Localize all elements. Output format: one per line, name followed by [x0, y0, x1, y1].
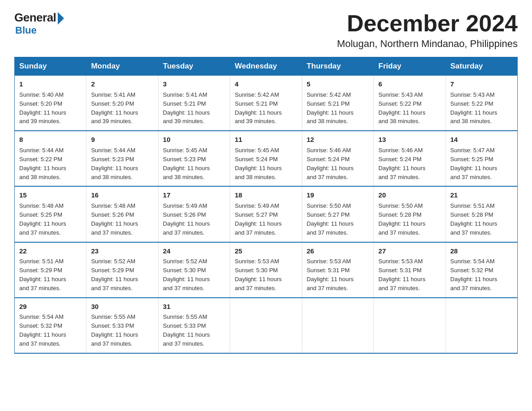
day-number: 5	[307, 79, 369, 89]
table-row: 16Sunrise: 5:48 AMSunset: 5:26 PMDayligh…	[86, 186, 158, 242]
day-number: 28	[450, 246, 513, 256]
page-header: General Blue December 2024 Molugan, Nort…	[14, 11, 518, 50]
table-row: 15Sunrise: 5:48 AMSunset: 5:25 PMDayligh…	[15, 186, 86, 242]
logo-arrow-icon	[58, 12, 64, 25]
table-row: 18Sunrise: 5:49 AMSunset: 5:27 PMDayligh…	[230, 186, 302, 242]
logo-general-text: General	[14, 11, 56, 25]
day-number: 22	[19, 246, 82, 256]
day-number: 18	[235, 190, 297, 200]
table-row: 4Sunrise: 5:42 AMSunset: 5:21 PMDaylight…	[230, 76, 302, 131]
day-info: Sunrise: 5:54 AMSunset: 5:32 PMDaylight:…	[450, 258, 498, 291]
calendar-week-row: 29Sunrise: 5:54 AMSunset: 5:32 PMDayligh…	[15, 298, 518, 353]
day-info: Sunrise: 5:44 AMSunset: 5:23 PMDaylight:…	[91, 147, 138, 180]
day-info: Sunrise: 5:41 AMSunset: 5:20 PMDaylight:…	[91, 91, 138, 125]
day-info: Sunrise: 5:48 AMSunset: 5:26 PMDaylight:…	[91, 202, 138, 236]
day-info: Sunrise: 5:52 AMSunset: 5:29 PMDaylight:…	[91, 258, 138, 291]
day-info: Sunrise: 5:51 AMSunset: 5:28 PMDaylight:…	[450, 202, 498, 236]
table-row: 14Sunrise: 5:47 AMSunset: 5:25 PMDayligh…	[446, 131, 517, 186]
title-area: December 2024 Molugan, Northern Mindanao…	[337, 11, 518, 50]
table-row: 17Sunrise: 5:49 AMSunset: 5:26 PMDayligh…	[158, 186, 230, 242]
day-info: Sunrise: 5:53 AMSunset: 5:30 PMDaylight:…	[235, 258, 282, 291]
calendar-header-row: Sunday Monday Tuesday Wednesday Thursday…	[15, 57, 518, 76]
day-number: 1	[19, 79, 82, 89]
table-row: 26Sunrise: 5:53 AMSunset: 5:31 PMDayligh…	[302, 242, 373, 298]
day-info: Sunrise: 5:42 AMSunset: 5:21 PMDaylight:…	[235, 91, 282, 125]
col-tuesday: Tuesday	[158, 57, 230, 76]
location-title: Molugan, Northern Mindanao, Philippines	[337, 38, 518, 50]
day-info: Sunrise: 5:48 AMSunset: 5:25 PMDaylight:…	[19, 202, 66, 236]
day-number: 26	[307, 246, 369, 256]
table-row: 20Sunrise: 5:50 AMSunset: 5:28 PMDayligh…	[374, 186, 446, 242]
day-info: Sunrise: 5:42 AMSunset: 5:21 PMDaylight:…	[307, 91, 354, 125]
day-number: 11	[235, 135, 297, 145]
calendar-week-row: 15Sunrise: 5:48 AMSunset: 5:25 PMDayligh…	[15, 186, 518, 242]
day-number: 27	[378, 246, 441, 256]
day-number: 25	[235, 246, 297, 256]
day-info: Sunrise: 5:44 AMSunset: 5:22 PMDaylight:…	[19, 147, 66, 180]
table-row: 1Sunrise: 5:40 AMSunset: 5:20 PMDaylight…	[15, 76, 86, 131]
day-number: 16	[91, 190, 153, 200]
day-info: Sunrise: 5:40 AMSunset: 5:20 PMDaylight:…	[19, 91, 66, 125]
col-monday: Monday	[86, 57, 158, 76]
table-row: 25Sunrise: 5:53 AMSunset: 5:30 PMDayligh…	[230, 242, 302, 298]
day-info: Sunrise: 5:50 AMSunset: 5:27 PMDaylight:…	[307, 202, 354, 236]
table-row: 3Sunrise: 5:41 AMSunset: 5:21 PMDaylight…	[158, 76, 230, 131]
table-row: 11Sunrise: 5:45 AMSunset: 5:24 PMDayligh…	[230, 131, 302, 186]
day-number: 31	[163, 302, 225, 312]
calendar-week-row: 22Sunrise: 5:51 AMSunset: 5:29 PMDayligh…	[15, 242, 518, 298]
table-row: 22Sunrise: 5:51 AMSunset: 5:29 PMDayligh…	[15, 242, 86, 298]
day-number: 2	[91, 79, 153, 89]
day-info: Sunrise: 5:49 AMSunset: 5:27 PMDaylight:…	[235, 202, 282, 236]
day-info: Sunrise: 5:41 AMSunset: 5:21 PMDaylight:…	[163, 91, 210, 125]
table-row: 5Sunrise: 5:42 AMSunset: 5:21 PMDaylight…	[302, 76, 373, 131]
day-info: Sunrise: 5:47 AMSunset: 5:25 PMDaylight:…	[450, 147, 498, 180]
table-row: 28Sunrise: 5:54 AMSunset: 5:32 PMDayligh…	[446, 242, 517, 298]
day-info: Sunrise: 5:49 AMSunset: 5:26 PMDaylight:…	[163, 202, 210, 236]
day-info: Sunrise: 5:43 AMSunset: 5:22 PMDaylight:…	[450, 91, 498, 125]
day-info: Sunrise: 5:55 AMSunset: 5:33 PMDaylight:…	[91, 313, 138, 347]
day-info: Sunrise: 5:50 AMSunset: 5:28 PMDaylight:…	[378, 202, 425, 236]
col-wednesday: Wednesday	[230, 57, 302, 76]
col-saturday: Saturday	[446, 57, 517, 76]
day-number: 20	[378, 190, 441, 200]
day-number: 23	[91, 246, 153, 256]
day-info: Sunrise: 5:46 AMSunset: 5:24 PMDaylight:…	[378, 147, 425, 180]
day-number: 17	[163, 190, 225, 200]
day-info: Sunrise: 5:54 AMSunset: 5:32 PMDaylight:…	[19, 313, 66, 347]
day-info: Sunrise: 5:51 AMSunset: 5:29 PMDaylight:…	[19, 258, 66, 291]
day-number: 30	[91, 302, 153, 312]
table-row: 30Sunrise: 5:55 AMSunset: 5:33 PMDayligh…	[86, 298, 158, 353]
col-thursday: Thursday	[302, 57, 373, 76]
table-row: 23Sunrise: 5:52 AMSunset: 5:29 PMDayligh…	[86, 242, 158, 298]
table-row: 31Sunrise: 5:55 AMSunset: 5:33 PMDayligh…	[158, 298, 230, 353]
day-info: Sunrise: 5:46 AMSunset: 5:24 PMDaylight:…	[307, 147, 354, 180]
day-info: Sunrise: 5:52 AMSunset: 5:30 PMDaylight:…	[163, 258, 210, 291]
table-row: 21Sunrise: 5:51 AMSunset: 5:28 PMDayligh…	[446, 186, 517, 242]
col-friday: Friday	[374, 57, 446, 76]
day-number: 12	[307, 135, 369, 145]
calendar-week-row: 1Sunrise: 5:40 AMSunset: 5:20 PMDaylight…	[15, 76, 518, 131]
day-number: 19	[307, 190, 369, 200]
table-row	[302, 298, 373, 353]
table-row	[230, 298, 302, 353]
day-number: 8	[19, 135, 82, 145]
table-row: 9Sunrise: 5:44 AMSunset: 5:23 PMDaylight…	[86, 131, 158, 186]
day-info: Sunrise: 5:45 AMSunset: 5:23 PMDaylight:…	[163, 147, 210, 180]
col-sunday: Sunday	[15, 57, 86, 76]
table-row: 19Sunrise: 5:50 AMSunset: 5:27 PMDayligh…	[302, 186, 373, 242]
table-row: 24Sunrise: 5:52 AMSunset: 5:30 PMDayligh…	[158, 242, 230, 298]
day-number: 6	[378, 79, 441, 89]
table-row: 13Sunrise: 5:46 AMSunset: 5:24 PMDayligh…	[374, 131, 446, 186]
logo-blue-text: Blue	[15, 25, 37, 36]
day-number: 9	[91, 135, 153, 145]
table-row: 2Sunrise: 5:41 AMSunset: 5:20 PMDaylight…	[86, 76, 158, 131]
day-number: 3	[163, 79, 225, 89]
day-info: Sunrise: 5:53 AMSunset: 5:31 PMDaylight:…	[307, 258, 354, 291]
table-row	[446, 298, 517, 353]
table-row: 7Sunrise: 5:43 AMSunset: 5:22 PMDaylight…	[446, 76, 517, 131]
day-number: 14	[450, 135, 513, 145]
day-number: 13	[378, 135, 441, 145]
day-info: Sunrise: 5:55 AMSunset: 5:33 PMDaylight:…	[163, 313, 210, 347]
table-row: 27Sunrise: 5:53 AMSunset: 5:31 PMDayligh…	[374, 242, 446, 298]
table-row: 12Sunrise: 5:46 AMSunset: 5:24 PMDayligh…	[302, 131, 373, 186]
